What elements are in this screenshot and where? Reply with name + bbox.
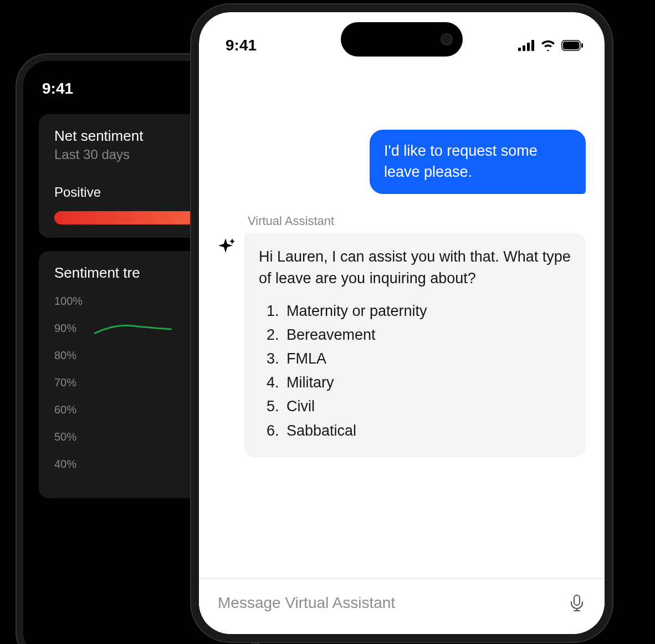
leave-option-text: Maternity or paternity — [286, 300, 427, 322]
y-axis-tick: 90% — [54, 322, 89, 335]
list-item[interactable]: 6.Sabbatical — [267, 420, 571, 442]
list-item[interactable]: 4.Military — [267, 372, 571, 393]
status-icons — [518, 40, 584, 51]
leave-option-text: Military — [286, 372, 334, 393]
leave-option-text: Civil — [286, 396, 315, 417]
y-axis-tick: 100% — [54, 295, 89, 308]
leave-options-list: 1.Maternity or paternity 2.Bereavement 3… — [259, 300, 571, 442]
dynamic-island — [341, 22, 463, 57]
list-item[interactable]: 3.FMLA — [267, 348, 571, 370]
wifi-icon — [540, 40, 556, 51]
sparkle-icon — [218, 237, 236, 255]
assistant-message-text: Hi Lauren, I can assist you with that. W… — [259, 246, 571, 289]
battery-icon — [561, 40, 584, 51]
y-axis-tick: 50% — [54, 431, 89, 443]
chat-input-placeholder[interactable]: Message Virtual Assistant — [218, 594, 395, 612]
svg-rect-2 — [527, 43, 530, 51]
chat-input-bar[interactable]: Message Virtual Assistant — [199, 578, 605, 634]
cellular-icon — [518, 40, 535, 51]
svg-rect-3 — [531, 40, 534, 51]
list-item[interactable]: 5.Civil — [267, 396, 571, 417]
list-item[interactable]: 1.Maternity or paternity — [267, 300, 571, 322]
svg-rect-5 — [563, 42, 579, 49]
y-axis-tick: 40% — [54, 458, 89, 471]
assistant-message-bubble: Hi Lauren, I can assist you with that. W… — [244, 233, 586, 457]
status-time: 9:41 — [42, 80, 73, 98]
leave-option-text: Bereavement — [286, 324, 376, 346]
svg-rect-1 — [523, 45, 525, 51]
assistant-content: Virtual Assistant Hi Lauren, I can assis… — [244, 214, 586, 457]
list-item[interactable]: 2.Bereavement — [267, 324, 571, 346]
user-message-text: I'd like to request some leave please. — [384, 142, 538, 180]
svg-rect-7 — [574, 595, 580, 605]
phone-front-chat: 9:41 I'd like to r — [191, 4, 612, 642]
y-axis-tick: 60% — [54, 403, 89, 416]
y-axis-tick: 80% — [54, 349, 89, 362]
user-message-bubble: I'd like to request some leave please. — [370, 130, 586, 194]
svg-rect-6 — [581, 43, 583, 48]
status-time: 9:41 — [226, 37, 257, 54]
phone-front-screen: 9:41 I'd like to r — [199, 12, 605, 634]
microphone-icon[interactable] — [568, 594, 586, 612]
assistant-block: Virtual Assistant Hi Lauren, I can assis… — [218, 214, 586, 457]
leave-option-text: Sabbatical — [286, 420, 356, 442]
assistant-label: Virtual Assistant — [248, 214, 586, 228]
trend-line-icon — [94, 318, 172, 340]
svg-rect-0 — [518, 48, 521, 51]
y-axis-tick: 70% — [54, 376, 89, 389]
leave-option-text: FMLA — [286, 348, 326, 370]
chat-body[interactable]: I'd like to request some leave please. V… — [199, 63, 605, 457]
